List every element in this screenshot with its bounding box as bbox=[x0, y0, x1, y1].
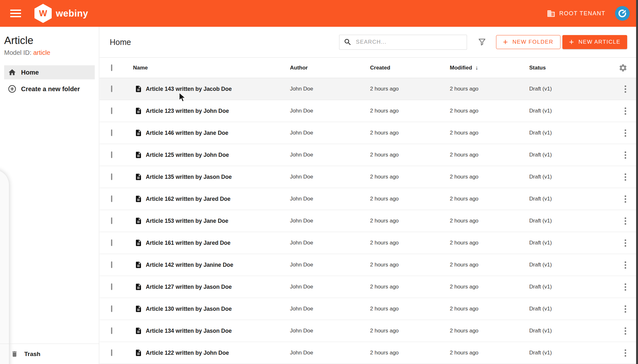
row-checkbox[interactable] bbox=[111, 85, 112, 92]
row-options-kebab-icon[interactable] bbox=[623, 326, 627, 336]
row-checkbox[interactable] bbox=[111, 151, 112, 158]
row-name[interactable]: Article 135 written by Jason Doe bbox=[146, 174, 232, 180]
row-name[interactable]: Article 153 written by Jane Doe bbox=[146, 218, 228, 224]
table-row[interactable]: Article 143 written by Jacob Doe John Do… bbox=[100, 78, 636, 100]
webiny-logo[interactable]: W webiny bbox=[34, 4, 88, 23]
toolbar: Home + NEW FOLDER + NEW ARTICLE bbox=[100, 27, 636, 57]
table-row[interactable]: Article 127 written by Jason Doe John Do… bbox=[100, 276, 636, 298]
table-row[interactable]: Article 130 written by Jason Doe John Do… bbox=[100, 298, 636, 320]
row-created: 2 hours ago bbox=[370, 350, 450, 356]
table-row[interactable]: Article 153 written by Jane Doe John Doe… bbox=[100, 210, 636, 232]
model-id-value[interactable]: article bbox=[33, 49, 50, 56]
table-row[interactable]: Article 123 written by John Doe John Doe… bbox=[100, 100, 636, 122]
row-checkbox[interactable] bbox=[111, 349, 112, 356]
building-icon bbox=[547, 9, 555, 18]
row-name[interactable]: Article 122 written by John Doe bbox=[146, 350, 229, 356]
document-icon bbox=[135, 129, 142, 137]
row-created: 2 hours ago bbox=[370, 108, 450, 114]
row-name[interactable]: Article 161 written by Jared Doe bbox=[146, 240, 231, 246]
column-header-author[interactable]: Author bbox=[290, 65, 370, 71]
row-checkbox[interactable] bbox=[111, 173, 112, 180]
row-author: John Doe bbox=[290, 284, 370, 290]
row-checkbox[interactable] bbox=[111, 327, 112, 334]
row-author: John Doe bbox=[290, 262, 370, 268]
table-row[interactable]: Article 135 written by Jason Doe John Do… bbox=[100, 166, 636, 188]
column-header-created[interactable]: Created bbox=[370, 65, 450, 71]
window-scrollbar[interactable] bbox=[636, 0, 638, 364]
user-avatar[interactable] bbox=[615, 6, 630, 21]
row-name[interactable]: Article 142 written by Janine Doe bbox=[146, 262, 233, 268]
row-options-kebab-icon[interactable] bbox=[623, 172, 627, 182]
row-checkbox[interactable] bbox=[111, 195, 112, 202]
model-id-label: Model ID: bbox=[4, 49, 32, 56]
model-title: Article bbox=[4, 34, 99, 47]
row-name[interactable]: Article 123 written by John Doe bbox=[146, 108, 229, 114]
new-folder-button[interactable]: + NEW FOLDER bbox=[496, 35, 560, 49]
row-status: Draft (v1) bbox=[529, 262, 597, 268]
menu-icon[interactable] bbox=[10, 10, 21, 17]
table-row[interactable]: Article 146 written by Jane Doe John Doe… bbox=[100, 122, 636, 144]
sidebar-item-home[interactable]: Home bbox=[4, 65, 95, 79]
row-options-kebab-icon[interactable] bbox=[623, 194, 627, 204]
row-checkbox[interactable] bbox=[111, 305, 112, 312]
new-article-button[interactable]: + NEW ARTICLE bbox=[562, 35, 627, 49]
row-options-kebab-icon[interactable] bbox=[623, 282, 627, 292]
row-name[interactable]: Article 127 written by Jason Doe bbox=[146, 284, 232, 290]
table-row[interactable]: Article 134 written by Jason Doe John Do… bbox=[100, 320, 636, 342]
row-options-kebab-icon[interactable] bbox=[623, 216, 627, 226]
row-options-kebab-icon[interactable] bbox=[623, 128, 627, 138]
row-author: John Doe bbox=[290, 350, 370, 356]
row-modified: 2 hours ago bbox=[450, 284, 529, 290]
column-header-modified[interactable]: Modified↓ bbox=[450, 64, 529, 71]
row-created: 2 hours ago bbox=[370, 240, 450, 246]
tenant-selector[interactable]: ROOT TENANT bbox=[547, 9, 605, 18]
row-name[interactable]: Article 162 written by Jared Doe bbox=[146, 196, 231, 202]
row-checkbox[interactable] bbox=[111, 129, 112, 136]
row-status: Draft (v1) bbox=[529, 218, 597, 224]
row-checkbox[interactable] bbox=[111, 283, 112, 290]
row-modified: 2 hours ago bbox=[450, 350, 529, 356]
row-options-kebab-icon[interactable] bbox=[623, 150, 627, 160]
model-id-line: Model ID: article bbox=[4, 49, 99, 56]
column-header-name[interactable]: Name bbox=[131, 65, 290, 71]
sidebar-item-trash[interactable]: Trash bbox=[0, 344, 99, 364]
row-name[interactable]: Article 125 written by John Doe bbox=[146, 152, 229, 158]
search-input[interactable] bbox=[356, 39, 458, 45]
document-icon bbox=[135, 305, 142, 313]
select-all-checkbox[interactable] bbox=[111, 64, 112, 71]
filter-button[interactable] bbox=[478, 38, 486, 47]
table-row[interactable]: Article 161 written by Jared Doe John Do… bbox=[100, 232, 636, 254]
row-status: Draft (v1) bbox=[529, 130, 597, 136]
column-header-status[interactable]: Status bbox=[529, 65, 597, 71]
row-name[interactable]: Article 134 written by Jason Doe bbox=[146, 328, 232, 334]
column-settings-gear-icon[interactable] bbox=[619, 63, 627, 72]
row-checkbox[interactable] bbox=[111, 261, 112, 268]
row-modified: 2 hours ago bbox=[450, 152, 529, 158]
row-author: John Doe bbox=[290, 306, 370, 312]
row-options-kebab-icon[interactable] bbox=[623, 84, 627, 94]
table-row[interactable]: Article 162 written by Jared Doe John Do… bbox=[100, 188, 636, 210]
row-name[interactable]: Article 146 written by Jane Doe bbox=[146, 130, 228, 136]
table-row[interactable]: Article 122 written by John Doe John Doe… bbox=[100, 342, 636, 364]
row-options-kebab-icon[interactable] bbox=[623, 106, 627, 116]
row-options-kebab-icon[interactable] bbox=[623, 238, 627, 248]
search-icon bbox=[344, 38, 352, 46]
document-icon bbox=[135, 239, 142, 247]
row-checkbox[interactable] bbox=[111, 107, 112, 114]
row-name[interactable]: Article 143 written by Jacob Doe bbox=[146, 86, 232, 92]
row-checkbox[interactable] bbox=[111, 217, 112, 224]
create-folder-item[interactable]: Create a new folder bbox=[4, 82, 95, 96]
breadcrumb-home[interactable]: Home bbox=[110, 38, 131, 47]
table-row[interactable]: Article 125 written by John Doe John Doe… bbox=[100, 144, 636, 166]
row-name[interactable]: Article 130 written by Jason Doe bbox=[146, 306, 232, 312]
row-checkbox[interactable] bbox=[111, 239, 112, 246]
search-box[interactable] bbox=[339, 35, 467, 50]
row-status: Draft (v1) bbox=[529, 306, 597, 312]
table-row[interactable]: Article 142 written by Janine Doe John D… bbox=[100, 254, 636, 276]
row-options-kebab-icon[interactable] bbox=[623, 348, 627, 358]
row-options-kebab-icon[interactable] bbox=[623, 260, 627, 270]
row-author: John Doe bbox=[290, 240, 370, 246]
row-options-kebab-icon[interactable] bbox=[623, 304, 627, 314]
row-modified: 2 hours ago bbox=[450, 174, 529, 180]
row-status: Draft (v1) bbox=[529, 86, 597, 92]
